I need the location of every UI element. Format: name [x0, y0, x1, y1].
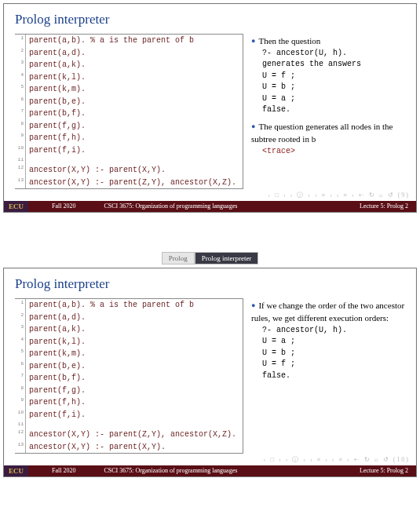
slide-2: Prolog interpreter 1parent(a,b). % a is …: [3, 268, 417, 477]
section-tabs: Prolog Prolog interpreter: [3, 252, 417, 264]
footer-lecture: Lecture 5: Prolog 2: [352, 201, 416, 212]
bullet-item: ●Then the question ?- ancestor(U, h). ge…: [251, 35, 405, 116]
bullet-item: ●The question generates all nodes in the…: [251, 121, 405, 157]
tab-prolog-interpreter[interactable]: Prolog interpreter: [195, 252, 259, 264]
code-listing: 1parent(a,b). % a is the parent of b 2pa…: [15, 34, 243, 189]
bullet-icon: ●: [251, 36, 255, 46]
slide-title: Prolog interpreter: [15, 276, 405, 292]
bullet-list: ●If we change the order of the two ances…: [251, 298, 405, 454]
slide-footer: ECU Fall 2020 CSCI 3675: Organization of…: [4, 465, 416, 476]
bullet-icon: ●: [251, 122, 255, 132]
tab-prolog[interactable]: Prolog: [162, 252, 195, 264]
footer-semester: Fall 2020: [28, 465, 99, 476]
footer-course: CSCI 3675: Organization of programming l…: [99, 201, 352, 212]
slide-1: Prolog interpreter 1parent(a,b). % a is …: [3, 3, 417, 213]
bullet-code: ?- ancestor(U, h). generates the answers…: [262, 48, 405, 116]
footer-logo: ECU: [4, 201, 28, 212]
bullet-list: ●Then the question ?- ancestor(U, h). ge…: [251, 34, 405, 189]
trace-link[interactable]: <trace>: [262, 146, 405, 158]
code-listing: 1parent(a,b). % a is the parent of b 2pa…: [15, 298, 243, 454]
nav-decoration: ‹ □ › ‹ ⓘ › ‹ ≡ › ‹ ≡ › ⇠ ↻ ⌕ ↺ (10): [4, 455, 416, 465]
bullet-item: ●If we change the order of the two ances…: [251, 300, 405, 381]
footer-semester: Fall 2020: [28, 201, 99, 212]
slide-footer: ECU Fall 2020 CSCI 3675: Organization of…: [4, 201, 416, 212]
nav-decoration: ‹ □ › ‹ ⓘ › ‹ ≡ › ‹ ≡ › ⇠ ↻ ⌕ ↺ (9): [4, 191, 416, 201]
bullet-icon: ●: [251, 301, 255, 311]
slide-title: Prolog interpreter: [15, 12, 405, 27]
bullet-code: ?- ancestor(U, h). U = a ; U = b ; U = f…: [262, 325, 405, 382]
footer-lecture: Lecture 5: Prolog 2: [352, 465, 416, 476]
footer-course: CSCI 3675: Organization of programming l…: [99, 465, 352, 476]
footer-logo: ECU: [4, 465, 28, 476]
